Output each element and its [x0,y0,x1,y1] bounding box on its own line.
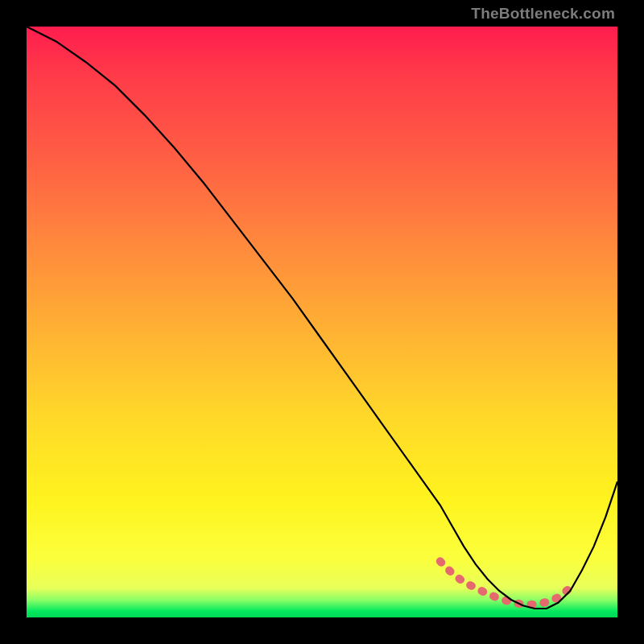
chart-frame: TheBottleneck.com [0,0,644,644]
watermark-text: TheBottleneck.com [471,5,615,23]
chart-svg [27,27,617,617]
plot-area [27,27,617,617]
optimal-region-dots [440,561,571,605]
bottleneck-curve [27,27,617,609]
